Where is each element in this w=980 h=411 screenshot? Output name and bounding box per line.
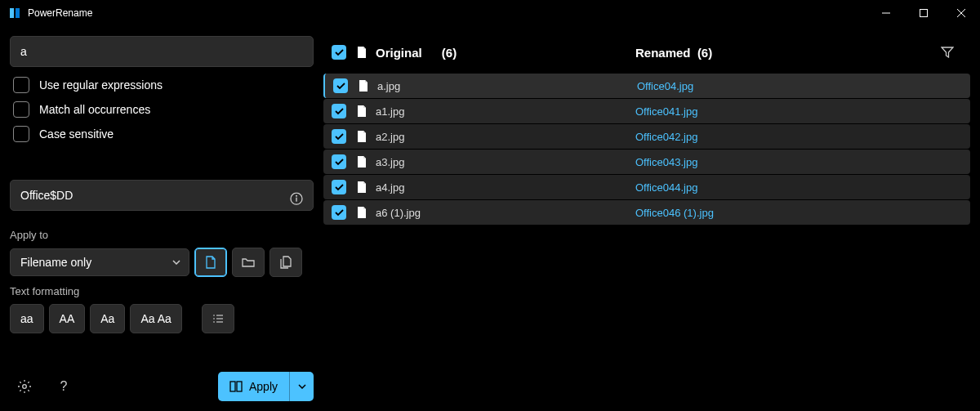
row-checkbox[interactable] [332,180,346,194]
filter-button[interactable] [933,47,962,58]
maximize-button[interactable] [905,0,942,26]
svg-point-15 [23,385,27,389]
format-lowercase[interactable]: aa [10,304,44,333]
table-header: Original (6) Renamed (6) [323,36,970,69]
file-icon [358,79,369,92]
apply-button-main[interactable]: Apply [218,372,289,401]
row-checkbox[interactable] [332,154,346,169]
table-row[interactable]: a.jpg Office04.jpg [323,74,970,98]
include-subfolders-toggle[interactable] [270,248,302,277]
file-icon [356,46,368,59]
row-checkbox[interactable] [332,104,346,118]
case-sensitive-label: Case sensitive [39,127,114,141]
regex-label: Use regular expressions [39,78,163,92]
svg-rect-0 [10,8,14,18]
right-panel: Original (6) Renamed (6) a.jpg Office04.… [323,36,970,401]
file-icon [356,206,368,219]
gear-icon [17,379,32,394]
apply-icon [229,381,243,392]
text-formatting-label: Text formatting [10,285,314,297]
help-button[interactable]: ? [49,372,78,401]
apply-to-label: Apply to [10,229,314,241]
chevron-down-icon [172,260,180,265]
apply-button-label: Apply [249,380,278,393]
option-case-sensitive[interactable]: Case sensitive [10,126,314,142]
svg-rect-1 [16,8,20,18]
search-input[interactable] [10,36,314,67]
table-row[interactable]: a1.jpg Office041.jpg [323,99,970,123]
enumerate-toggle[interactable] [202,304,234,333]
include-files-toggle[interactable] [194,248,227,277]
svg-rect-3 [920,10,928,17]
row-checkbox[interactable] [333,78,348,93]
apply-to-value: Filename only [20,256,91,269]
file-icon [205,256,216,269]
file-stack-icon [280,256,292,269]
file-renamed-name: Office041.jpg [635,105,962,118]
select-all-checkbox[interactable] [332,45,346,60]
format-uppercase[interactable]: AA [49,304,86,333]
file-renamed-name: Office046 (1).jpg [635,207,962,219]
filter-icon [941,47,954,58]
svg-point-7 [296,195,297,197]
file-icon [356,130,368,143]
original-count: (6) [442,46,457,60]
file-original-name: a4.jpg [376,181,404,194]
titlebar: PowerRename [0,0,980,26]
enumerate-icon [212,313,225,324]
info-icon[interactable] [289,191,304,206]
file-original-name: a6 (1).jpg [376,207,421,219]
svg-rect-17 [237,382,242,391]
match-all-checkbox[interactable] [13,101,29,118]
table-row[interactable]: a4.jpg Office044.jpg [323,175,970,199]
window-controls [867,0,980,26]
file-renamed-name: Office044.jpg [635,181,962,194]
table-row[interactable]: a2.jpg Office042.jpg [323,124,970,149]
question-icon: ? [60,379,68,394]
table-row[interactable]: a6 (1).jpg Office046 (1).jpg [323,200,970,225]
file-icon [356,155,368,168]
renamed-header: Renamed [635,46,691,60]
file-renamed-name: Office04.jpg [637,80,962,92]
format-titlecase[interactable]: Aa [90,304,125,333]
regex-checkbox[interactable] [13,77,29,93]
file-renamed-name: Office043.jpg [635,156,962,168]
folder-icon [242,257,255,268]
include-folders-toggle[interactable] [232,248,265,277]
table-row[interactable]: a3.jpg Office043.jpg [323,150,970,174]
file-original-name: a1.jpg [376,105,404,118]
case-sensitive-checkbox[interactable] [13,126,29,142]
option-regex[interactable]: Use regular expressions [10,77,314,93]
renamed-count: (6) [697,46,712,60]
file-original-name: a.jpg [377,80,400,92]
svg-rect-16 [230,382,235,391]
file-original-name: a2.jpg [376,131,404,143]
app-icon [8,7,21,20]
file-renamed-name: Office042.jpg [635,131,962,143]
apply-button[interactable]: Apply [218,372,314,401]
option-match-all[interactable]: Match all occurrences [10,101,314,118]
file-original-name: a3.jpg [376,156,404,168]
close-button[interactable] [942,0,980,26]
settings-button[interactable] [10,372,39,401]
left-panel: Use regular expressions Match all occurr… [10,36,314,401]
svg-rect-8 [296,198,296,202]
row-checkbox[interactable] [332,205,346,220]
replace-input[interactable] [10,180,314,211]
format-capitalize[interactable]: Aa Aa [130,304,181,333]
original-header: Original [376,46,422,60]
chevron-down-icon [298,384,306,389]
minimize-button[interactable] [867,0,905,26]
row-checkbox[interactable] [332,129,346,144]
match-all-label: Match all occurrences [39,103,150,116]
apply-to-dropdown[interactable]: Filename only [10,248,189,276]
file-icon [356,181,368,194]
file-icon [356,105,368,118]
apply-button-dropdown[interactable] [289,372,314,401]
app-title: PowerRename [28,7,92,19]
